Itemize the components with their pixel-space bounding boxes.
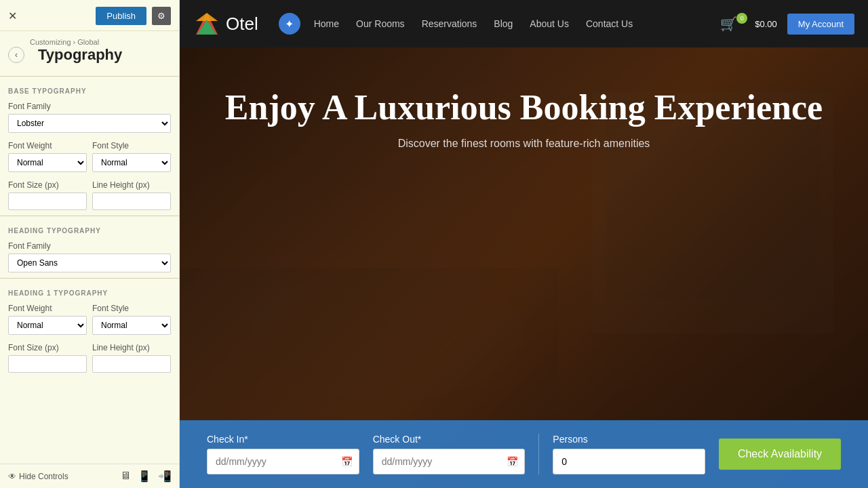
hero-content: Enjoy A Luxurious Booking Experience Dis…: [180, 47, 868, 150]
base-font-style-select[interactable]: Normal Italic: [92, 153, 171, 172]
nav-contact[interactable]: Contact Us: [586, 18, 633, 29]
nav-reservations[interactable]: Reservations: [422, 18, 477, 29]
cart-badge: 0: [736, 13, 747, 24]
h1-weight-style-group: Font Weight Normal Bold 700 Font Style N…: [0, 301, 179, 340]
checkin-label: Check In*: [207, 434, 359, 445]
h1-font-size-input[interactable]: 10: [8, 355, 87, 373]
nav-rooms[interactable]: Our Rooms: [356, 18, 405, 29]
hide-controls-button[interactable]: 👁 Hide Controls: [8, 472, 68, 481]
compass-icon[interactable]: ✦: [279, 13, 300, 35]
calendar-icon: 📅: [341, 456, 353, 467]
hero-section: Enjoy A Luxurious Booking Experience Dis…: [180, 47, 868, 488]
my-account-button[interactable]: My Account: [787, 14, 854, 35]
breadcrumb-area: ‹ Customizing › Global Typography: [0, 31, 179, 76]
base-font-weight-label: Font Weight: [8, 141, 87, 150]
base-font-family-select[interactable]: Lobster Open Sans Roboto Lato: [8, 114, 171, 133]
heading-font-family-group: Font Family Open Sans Lobster Roboto: [0, 239, 179, 278]
base-font-size-label: Font Size (px): [8, 180, 87, 190]
base-font-family-label: Font Family: [8, 102, 171, 111]
checkin-field: Check In* 📅: [207, 434, 359, 474]
logo-area: Otel: [193, 10, 258, 37]
checkout-label: Check Out*: [373, 434, 526, 445]
checkin-input[interactable]: [207, 449, 359, 474]
booking-divider: [538, 434, 539, 474]
h1-font-size-col: Font Size (px) 10: [8, 343, 87, 373]
breadcrumb: Customizing › Global: [30, 38, 130, 46]
base-font-family-group: Font Family Lobster Open Sans Roboto Lat…: [0, 99, 179, 138]
base-font-style-col: Font Style Normal Italic: [92, 141, 171, 172]
checkout-input-wrap: 📅: [373, 449, 526, 474]
divider-3: [0, 278, 179, 279]
base-font-size-col: Font Size (px) 16: [8, 180, 87, 210]
nav-blog[interactable]: Blog: [494, 18, 513, 29]
nav-home[interactable]: Home: [314, 18, 339, 29]
h1-line-height-label: Line Height (px): [92, 343, 171, 352]
h1-size-height-group: Font Size (px) 10 Line Height (px) 48: [0, 340, 179, 378]
nav-right: 🛒 0 $0.00 My Account: [720, 14, 854, 35]
mobile-icon[interactable]: 📲: [158, 470, 172, 483]
base-line-height-input[interactable]: 20: [92, 192, 171, 210]
hide-controls-label: Hide Controls: [19, 472, 68, 481]
heading-font-family-label: Font Family: [8, 241, 171, 251]
base-font-size-input[interactable]: 16: [8, 192, 87, 210]
booking-bar: Check In* 📅 Check Out* 📅 Persons 0: [180, 420, 868, 488]
nav-about[interactable]: About Us: [530, 18, 569, 29]
persons-label: Persons: [553, 434, 705, 445]
heading1-typography-label: HEADING 1 TYPOGRAPHY: [0, 284, 179, 301]
base-line-height-label: Line Height (px): [92, 180, 171, 190]
heading-typography-label: HEADING TYPOGRAPHY: [0, 222, 179, 239]
h1-font-style-label: Font Style: [92, 304, 171, 313]
cart-area[interactable]: 🛒 0 $0.00: [720, 16, 777, 32]
publish-button[interactable]: Publish: [96, 7, 146, 25]
cart-icon: 🛒: [720, 16, 737, 32]
calendar-icon-2: 📅: [507, 456, 518, 467]
page-title: Typography: [30, 46, 130, 72]
close-button[interactable]: ✕: [8, 9, 17, 22]
base-font-style-label: Font Style: [92, 141, 171, 150]
hero-title: Enjoy A Luxurious Booking Experience: [207, 88, 841, 127]
base-font-weight-select[interactable]: Normal Bold 400 700: [8, 153, 87, 172]
h1-font-weight-col: Font Weight Normal Bold 700: [8, 304, 87, 335]
panel-header: ✕ Publish ⚙: [0, 0, 179, 31]
top-navigation: Otel ✦ Home Our Rooms Reservations Blog …: [180, 0, 868, 47]
h1-line-height-input[interactable]: 48: [92, 355, 171, 373]
main-content: Otel ✦ Home Our Rooms Reservations Blog …: [180, 0, 868, 488]
persons-field: Persons 0 1 2 3 4: [553, 434, 705, 474]
logo-icon: [193, 10, 220, 37]
desktop-icon[interactable]: 🖥: [120, 470, 131, 483]
base-weight-style-group: Font Weight Normal Bold 400 700 Font Sty…: [0, 138, 179, 178]
persons-select-wrap: 0 1 2 3 4: [553, 449, 705, 474]
hero-subtitle: Discover the finest rooms with feature-r…: [207, 138, 841, 150]
divider-2: [0, 216, 179, 216]
nav-links: Home Our Rooms Reservations Blog About U…: [314, 18, 721, 29]
base-font-weight-col: Font Weight Normal Bold 400 700: [8, 141, 87, 172]
tablet-icon[interactable]: 📱: [138, 470, 151, 483]
divider: [0, 76, 179, 77]
back-button[interactable]: ‹: [8, 47, 24, 63]
logo-text: Otel: [226, 14, 258, 35]
settings-button[interactable]: ⚙: [152, 7, 171, 25]
checkout-field: Check Out* 📅: [373, 434, 526, 474]
base-typography-label: BASE TYPOGRAPHY: [0, 82, 179, 99]
base-line-height-col: Line Height (px) 20: [92, 180, 171, 210]
check-availability-button[interactable]: Check Availability: [719, 439, 841, 470]
h1-font-weight-label: Font Weight: [8, 304, 87, 313]
checkout-input[interactable]: [373, 449, 526, 474]
customizer-panel: ✕ Publish ⚙ ‹ Customizing › Global Typog…: [0, 0, 180, 488]
h1-font-style-select[interactable]: Normal Italic: [92, 316, 171, 335]
eye-icon: 👁: [8, 472, 16, 481]
cart-price: $0.00: [755, 19, 777, 29]
h1-font-style-col: Font Style Normal Italic: [92, 304, 171, 335]
h1-line-height-col: Line Height (px) 48: [92, 343, 171, 373]
base-size-height-group: Font Size (px) 16 Line Height (px) 20: [0, 178, 179, 216]
h1-font-weight-select[interactable]: Normal Bold 700: [8, 316, 87, 335]
bottom-bar: 👁 Hide Controls 🖥 📱 📲: [0, 464, 180, 488]
device-icons: 🖥 📱 📲: [120, 470, 172, 483]
heading-font-family-select[interactable]: Open Sans Lobster Roboto: [8, 253, 171, 272]
h1-font-size-label: Font Size (px): [8, 343, 87, 352]
persons-select[interactable]: 0 1 2 3 4: [553, 449, 705, 474]
checkin-input-wrap: 📅: [207, 449, 359, 474]
